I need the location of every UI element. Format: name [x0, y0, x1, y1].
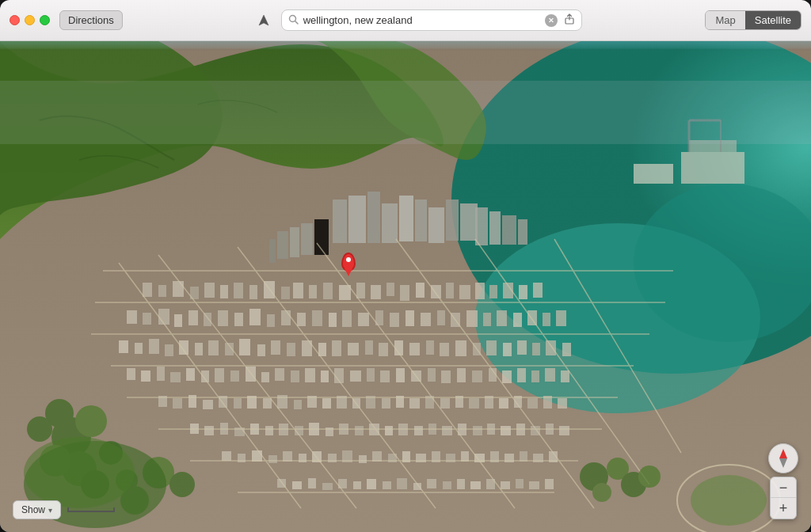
svg-rect-51	[489, 285, 497, 298]
svg-rect-121	[230, 370, 239, 382]
app-window: Directions ✕	[0, 0, 811, 532]
map-container[interactable]: Show ▾ − +	[0, 41, 811, 532]
svg-point-270	[592, 483, 611, 502]
zoom-out-button[interactable]: −	[771, 477, 796, 498]
svg-rect-169	[527, 398, 538, 408]
svg-rect-226	[353, 481, 361, 489]
map-view-button[interactable]: Map	[706, 11, 744, 29]
svg-rect-232	[443, 481, 451, 489]
svg-rect-84	[119, 340, 128, 353]
zoom-controls: − +	[770, 477, 797, 519]
svg-rect-116	[157, 367, 165, 381]
svg-rect-25	[489, 211, 501, 245]
svg-rect-43	[371, 285, 381, 299]
svg-rect-94	[271, 340, 280, 355]
svg-rect-153	[294, 400, 302, 409]
svg-rect-149	[234, 398, 242, 408]
svg-rect-218	[520, 451, 527, 462]
svg-rect-185	[385, 426, 393, 435]
svg-rect-103	[409, 343, 420, 355]
show-label: Show	[21, 504, 45, 515]
svg-rect-85	[135, 343, 143, 354]
dropdown-arrow-icon: ▾	[48, 506, 52, 515]
location-arrow-icon[interactable]	[253, 10, 275, 32]
map-svg	[0, 41, 811, 532]
svg-rect-114	[127, 368, 135, 380]
svg-rect-143	[561, 370, 569, 382]
svg-rect-28	[143, 283, 152, 297]
search-input[interactable]	[303, 14, 540, 26]
svg-rect-161	[409, 398, 420, 408]
svg-rect-155	[322, 398, 331, 408]
svg-rect-151	[263, 398, 272, 408]
svg-point-271	[638, 466, 661, 488]
svg-rect-79	[497, 310, 507, 326]
svg-rect-142	[545, 368, 555, 382]
map-pin	[341, 253, 356, 272]
svg-rect-69	[342, 310, 352, 327]
svg-rect-106	[455, 340, 466, 356]
svg-rect-135	[441, 370, 451, 383]
svg-rect-223	[308, 478, 316, 488]
svg-rect-131	[380, 370, 390, 382]
svg-rect-104	[426, 340, 434, 355]
svg-rect-136	[457, 368, 466, 382]
svg-rect-89	[195, 343, 203, 355]
share-button[interactable]	[564, 13, 575, 27]
directions-button[interactable]: Directions	[59, 10, 123, 30]
search-clear-button[interactable]: ✕	[545, 14, 558, 27]
svg-rect-67	[312, 310, 322, 326]
satellite-view-button[interactable]: Satellite	[745, 11, 801, 29]
svg-rect-50	[475, 283, 485, 299]
minimize-button[interactable]	[25, 15, 35, 25]
svg-rect-10	[333, 200, 347, 243]
svg-rect-132	[396, 368, 405, 382]
maximize-button[interactable]	[40, 15, 50, 25]
svg-rect-111	[532, 343, 540, 355]
svg-rect-193	[501, 426, 511, 435]
show-button[interactable]: Show ▾	[13, 500, 61, 519]
bottom-controls: Show ▾	[13, 500, 115, 519]
zoom-in-button[interactable]: +	[771, 498, 796, 519]
svg-rect-239	[545, 479, 554, 489]
svg-rect-57	[158, 309, 169, 325]
svg-rect-280	[0, 81, 811, 144]
svg-rect-109	[503, 343, 512, 356]
svg-rect-24	[475, 207, 488, 245]
close-button[interactable]	[10, 15, 20, 25]
svg-line-1	[295, 21, 298, 24]
svg-rect-15	[415, 200, 427, 241]
svg-rect-208	[372, 451, 382, 462]
svg-rect-33	[220, 285, 228, 298]
svg-point-275	[691, 475, 767, 526]
svg-rect-233	[457, 479, 465, 489]
svg-rect-16	[428, 207, 444, 243]
svg-rect-37	[281, 287, 290, 299]
svg-rect-139	[502, 370, 512, 383]
svg-rect-165	[469, 398, 479, 408]
svg-rect-39	[309, 285, 317, 298]
svg-rect-72	[390, 313, 399, 327]
compass[interactable]	[768, 443, 798, 473]
svg-rect-159	[382, 398, 390, 408]
svg-rect-95	[287, 343, 295, 356]
svg-rect-86	[149, 339, 159, 354]
svg-rect-7	[681, 152, 744, 184]
svg-rect-46	[416, 283, 425, 298]
svg-rect-73	[406, 310, 414, 326]
svg-rect-125	[291, 370, 299, 382]
svg-rect-224	[322, 483, 333, 490]
svg-rect-187	[414, 426, 423, 435]
svg-rect-105	[440, 343, 449, 356]
svg-rect-141	[531, 370, 539, 382]
svg-rect-110	[517, 340, 527, 355]
svg-rect-40	[323, 283, 333, 299]
compass-south	[779, 458, 787, 468]
svg-rect-53	[519, 285, 527, 299]
svg-rect-108	[486, 340, 497, 355]
svg-rect-19	[301, 223, 313, 255]
titlebar-center: ✕	[135, 10, 699, 32]
svg-rect-200	[252, 450, 262, 462]
svg-rect-113	[562, 343, 571, 356]
svg-rect-49	[459, 285, 470, 299]
